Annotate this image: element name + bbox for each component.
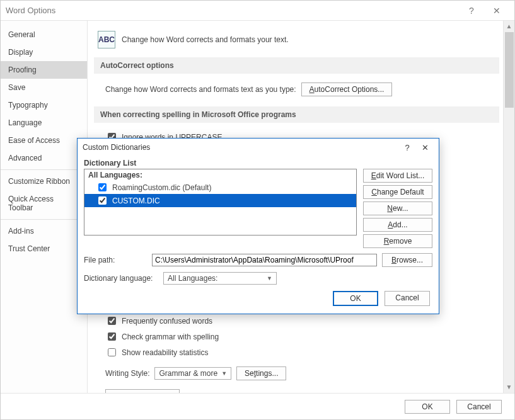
modal-titlebar: Custom Dictionaries ? ✕ bbox=[78, 139, 439, 156]
sidebar-item-ease-of-access[interactable]: Ease of Access bbox=[1, 132, 87, 149]
dictlang-select[interactable]: All Languages: ▼ bbox=[163, 272, 277, 285]
dictionary-group: All Languages: bbox=[84, 169, 356, 181]
close-icon[interactable]: ✕ bbox=[416, 143, 434, 152]
dictionary-item[interactable]: RoamingCustom.dic (Default) bbox=[84, 181, 356, 194]
autocorrect-options-button[interactable]: AutoCorrect Options... bbox=[301, 82, 393, 96]
check-document-row: Check Document bbox=[94, 387, 499, 393]
sidebar-item-trust-center[interactable]: Trust Center bbox=[1, 240, 87, 258]
dictionary-list-heading: Dictionary List bbox=[84, 159, 432, 167]
cancel-button[interactable]: Cancel bbox=[456, 400, 502, 414]
proofing-icon: ABC bbox=[98, 31, 115, 48]
titlebar: Word Options ? ✕ bbox=[1, 1, 514, 21]
sidebar-separator bbox=[1, 219, 87, 220]
sidebar-item-quick-access-toolbar[interactable]: Quick Access Toolbar bbox=[1, 190, 87, 217]
dictionary-item-label: RoamingCustom.dic (Default) bbox=[112, 183, 211, 192]
writing-style-label: Writing Style: bbox=[105, 369, 149, 378]
modal-ok-button[interactable]: OK bbox=[333, 291, 378, 306]
modal-title: Custom Dictionaries bbox=[83, 143, 398, 152]
show-readability-label: Show readability statistics bbox=[122, 348, 208, 357]
freq-confused-input[interactable] bbox=[108, 317, 116, 325]
intro: ABC Change how Word corrects and formats… bbox=[94, 27, 499, 57]
browse-button[interactable]: Browse... bbox=[382, 253, 432, 267]
dictionary-buttons: Edit Word List... Change Default New... … bbox=[363, 169, 432, 248]
change-default-button[interactable]: Change Default bbox=[363, 185, 432, 199]
scroll-down-icon[interactable]: ▼ bbox=[504, 382, 514, 393]
sidebar-item-general[interactable]: General bbox=[1, 26, 87, 43]
sidebar-item-proofing[interactable]: Proofing bbox=[1, 61, 87, 79]
dictionary-item-checkbox[interactable] bbox=[98, 183, 107, 191]
scroll-up-icon[interactable]: ▲ bbox=[504, 21, 514, 32]
writing-style-value: Grammar & more bbox=[159, 369, 217, 378]
dictlang-row: Dictionary language: All Languages: ▼ bbox=[84, 272, 432, 285]
add-button[interactable]: Add... bbox=[363, 218, 432, 232]
intro-text: Change how Word corrects and formats you… bbox=[122, 35, 289, 44]
sidebar: General Display Proofing Save Typography… bbox=[1, 21, 88, 393]
dictlang-value: All Languages: bbox=[168, 274, 263, 283]
sidebar-separator bbox=[1, 169, 87, 170]
sidebar-item-typography[interactable]: Typography bbox=[1, 96, 87, 114]
filepath-row: File path: Browse... bbox=[84, 253, 432, 267]
sidebar-item-add-ins[interactable]: Add-ins bbox=[1, 222, 87, 240]
sidebar-item-advanced[interactable]: Advanced bbox=[1, 149, 87, 167]
ok-button[interactable]: OK bbox=[405, 400, 450, 414]
sidebar-item-display[interactable]: Display bbox=[1, 43, 87, 61]
check-grammar-input[interactable] bbox=[108, 332, 116, 341]
settings-button[interactable]: Settings... bbox=[236, 366, 286, 380]
modal-cancel-button[interactable]: Cancel bbox=[385, 291, 430, 306]
autocorrect-label: Change how Word corrects and formats tex… bbox=[105, 85, 296, 94]
new-button[interactable]: New... bbox=[363, 201, 432, 215]
help-icon[interactable]: ? bbox=[398, 143, 416, 152]
remove-button[interactable]: Remove bbox=[363, 234, 432, 248]
dictionary-item-selected[interactable]: CUSTOM.DIC bbox=[84, 194, 356, 207]
show-readability-input[interactable] bbox=[108, 348, 116, 356]
scroll-thumb[interactable] bbox=[505, 32, 514, 108]
filepath-input[interactable] bbox=[152, 254, 377, 266]
check-grammar-label: Check grammar with spelling bbox=[122, 332, 219, 341]
word-options-window: Word Options ? ✕ General Display Proofin… bbox=[0, 0, 515, 420]
edit-word-list-button[interactable]: Edit Word List... bbox=[363, 169, 432, 183]
dialog-footer: OK Cancel bbox=[1, 393, 514, 419]
modal-body: Dictionary List All Languages: RoamingCu… bbox=[78, 156, 439, 314]
writing-style-row: Writing Style: Grammar & more ▼ Settings… bbox=[94, 364, 499, 383]
dictionary-list-wrap: All Languages: RoamingCustom.dic (Defaul… bbox=[84, 169, 357, 248]
section-spelling-heading: When correcting spelling in Microsoft Of… bbox=[94, 106, 499, 123]
custom-dictionaries-dialog: Custom Dictionaries ? ✕ Dictionary List … bbox=[77, 138, 439, 314]
sidebar-item-language[interactable]: Language bbox=[1, 114, 87, 132]
section-autocorrect-heading: AutoCorrect options bbox=[94, 57, 499, 74]
check-grammar-checkbox[interactable]: Check grammar with spelling bbox=[94, 329, 499, 344]
sidebar-item-save[interactable]: Save bbox=[1, 79, 87, 96]
sidebar-item-customize-ribbon[interactable]: Customize Ribbon bbox=[1, 173, 87, 190]
close-icon[interactable]: ✕ bbox=[484, 6, 509, 16]
show-readability-checkbox[interactable]: Show readability statistics bbox=[94, 344, 499, 360]
filepath-label: File path: bbox=[84, 256, 147, 264]
writing-style-select[interactable]: Grammar & more ▼ bbox=[154, 367, 231, 380]
dictionary-item-label: CUSTOM.DIC bbox=[112, 196, 160, 205]
help-icon[interactable]: ? bbox=[459, 6, 484, 16]
dictionary-item-checkbox[interactable] bbox=[98, 196, 107, 205]
window-title: Word Options bbox=[6, 6, 459, 15]
autocorrect-row: Change how Word corrects and formats tex… bbox=[94, 80, 499, 99]
dictionary-list[interactable]: All Languages: RoamingCustom.dic (Defaul… bbox=[84, 169, 357, 236]
scrollbar[interactable]: ▲ ▼ bbox=[503, 21, 514, 393]
chevron-down-icon: ▼ bbox=[221, 370, 227, 377]
dictionary-row: All Languages: RoamingCustom.dic (Defaul… bbox=[84, 169, 432, 248]
freq-confused-checkbox[interactable]: Frequently confused words bbox=[94, 313, 499, 329]
chevron-down-icon: ▼ bbox=[267, 275, 272, 281]
modal-footer: OK Cancel bbox=[84, 285, 432, 307]
freq-confused-label: Frequently confused words bbox=[122, 317, 212, 326]
dictlang-label: Dictionary language: bbox=[84, 274, 158, 283]
